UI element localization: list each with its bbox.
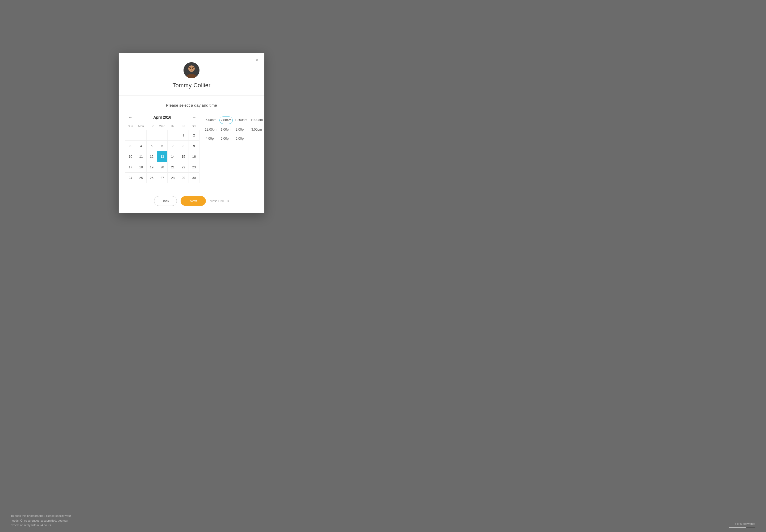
calendar-day-3[interactable]: 3 bbox=[125, 141, 136, 151]
calendar-day-2[interactable]: 2 bbox=[189, 130, 199, 141]
svg-point-5 bbox=[192, 68, 193, 69]
calendar-day-27[interactable]: 27 bbox=[157, 173, 168, 183]
time-slot-100pm[interactable]: 1:00pm bbox=[219, 126, 233, 133]
calendar-day-1[interactable]: 1 bbox=[178, 130, 189, 141]
dow-fri: Fri bbox=[178, 123, 189, 130]
dow-wed: Wed bbox=[157, 123, 168, 130]
calendar-day-4[interactable]: 4 bbox=[136, 141, 146, 151]
calendar-day-21[interactable]: 21 bbox=[168, 162, 178, 173]
time-slot-500pm[interactable]: 5:00pm bbox=[219, 135, 233, 142]
calendar-grid: Sun Mon Tue Wed Thu Fri Sat 123456789101… bbox=[125, 123, 199, 183]
prev-month-button[interactable]: ← bbox=[126, 114, 135, 121]
time-slot-1000am[interactable]: 10:00am bbox=[234, 117, 248, 124]
calendar-day-11[interactable]: 11 bbox=[136, 151, 146, 162]
calendar-day-13[interactable]: 13 bbox=[157, 151, 168, 162]
calendar-day-12[interactable]: 12 bbox=[146, 151, 157, 162]
booking-modal: × Tommy Collier Please select a day and … bbox=[119, 53, 264, 213]
calendar-day-29[interactable]: 29 bbox=[178, 173, 189, 183]
calendar-day-7[interactable]: 7 bbox=[168, 141, 178, 151]
calendar-day-5[interactable]: 5 bbox=[146, 141, 157, 151]
modal-footer: Back Next press ENTER bbox=[119, 192, 264, 213]
calendar-day-14[interactable]: 14 bbox=[168, 151, 178, 162]
calendar-section: ← April 2016 → Sun Mon Tue Wed Thu Fri bbox=[125, 114, 199, 183]
time-slot-300pm[interactable]: 3:00pm bbox=[249, 126, 264, 133]
back-button[interactable]: Back bbox=[154, 196, 177, 206]
calendar-day-28[interactable]: 28 bbox=[168, 173, 178, 183]
dow-sun: Sun bbox=[125, 123, 136, 130]
calendar-day-30[interactable]: 30 bbox=[189, 173, 199, 183]
calendar-day-18[interactable]: 18 bbox=[136, 162, 146, 173]
time-grid: 6:00am9:00am10:00am11:00am12:00pm1:00pm2… bbox=[204, 117, 264, 142]
person-name: Tommy Collier bbox=[172, 82, 210, 89]
calendar-day-16[interactable]: 16 bbox=[189, 151, 199, 162]
modal-body: Please select a day and time ← April 201… bbox=[119, 95, 264, 192]
calendar-day-20[interactable]: 20 bbox=[157, 162, 168, 173]
calendar-day-19[interactable]: 19 bbox=[146, 162, 157, 173]
calendar-nav: ← April 2016 → bbox=[125, 114, 199, 121]
next-month-button[interactable]: → bbox=[190, 114, 198, 121]
dow-tue: Tue bbox=[146, 123, 157, 130]
next-button[interactable]: Next bbox=[181, 196, 206, 206]
time-section: 6:00am9:00am10:00am11:00am12:00pm1:00pm2… bbox=[204, 114, 264, 142]
modal-header: Tommy Collier bbox=[119, 53, 264, 95]
calendar-day-8[interactable]: 8 bbox=[178, 141, 189, 151]
svg-point-4 bbox=[190, 68, 191, 69]
dow-thu: Thu bbox=[168, 123, 178, 130]
time-slot-1200pm[interactable]: 12:00pm bbox=[204, 126, 218, 133]
close-button[interactable]: × bbox=[254, 56, 260, 64]
calendar-day-9[interactable]: 9 bbox=[189, 141, 199, 151]
press-enter-hint: press ENTER bbox=[210, 199, 229, 203]
time-slot-600am[interactable]: 6:00am bbox=[204, 117, 218, 124]
time-slot-400pm[interactable]: 4:00pm bbox=[204, 135, 218, 142]
calendar-day-10[interactable]: 10 bbox=[125, 151, 136, 162]
avatar bbox=[184, 62, 199, 78]
time-slot-600pm[interactable]: 6:00pm bbox=[234, 135, 248, 142]
calendar-day-22[interactable]: 22 bbox=[178, 162, 189, 173]
time-slot-900am[interactable]: 9:00am bbox=[219, 117, 233, 124]
calendar-day-26[interactable]: 26 bbox=[146, 173, 157, 183]
calendar-day-24[interactable]: 24 bbox=[125, 173, 136, 183]
section-title: Please select a day and time bbox=[125, 103, 258, 107]
dow-sat: Sat bbox=[189, 123, 199, 130]
calendar-time-wrapper: ← April 2016 → Sun Mon Tue Wed Thu Fri bbox=[125, 114, 258, 183]
calendar-day-25[interactable]: 25 bbox=[136, 173, 146, 183]
time-slot-200pm[interactable]: 2:00pm bbox=[234, 126, 248, 133]
dow-mon: Mon bbox=[136, 123, 146, 130]
calendar-month-title: April 2016 bbox=[153, 115, 171, 119]
calendar-day-17[interactable]: 17 bbox=[125, 162, 136, 173]
calendar-day-6[interactable]: 6 bbox=[157, 141, 168, 151]
calendar-day-15[interactable]: 15 bbox=[178, 151, 189, 162]
time-slot-1100am[interactable]: 11:00am bbox=[249, 117, 264, 124]
calendar-day-23[interactable]: 23 bbox=[189, 162, 199, 173]
